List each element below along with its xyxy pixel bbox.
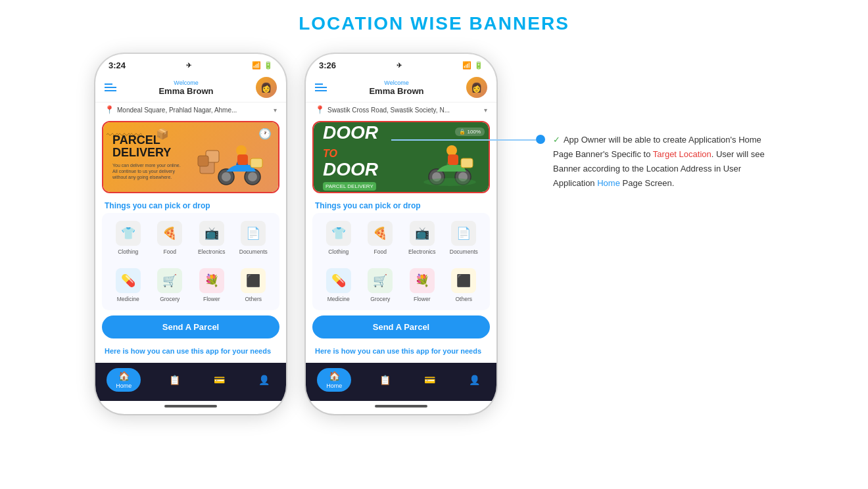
phone2-door-text: DOOR to DOOR: [323, 124, 378, 179]
phone1-clothing-icon: 👕: [116, 221, 141, 246]
phone2-chevron-icon: ▾: [484, 106, 487, 114]
phone2-send-parcel-button[interactable]: Send A Parcel: [312, 315, 490, 338]
phone1-wallet-icon: 💳: [214, 375, 225, 385]
phone1-chevron-icon: ▾: [274, 106, 277, 114]
phone1-location-text: Mondeal Square, Prahlad Nagar, Ahme...: [117, 106, 271, 114]
svg-point-7: [236, 145, 247, 156]
annotation-check-icon: ✓: [553, 135, 560, 145]
phone1-banner: PARCEL DELIVERY You can deliver more you…: [102, 121, 279, 193]
phone1-documents-label: Documents: [239, 248, 268, 255]
phone1-welcome: Welcome: [174, 80, 198, 86]
svg-point-14: [446, 145, 457, 156]
phone1-item-others[interactable]: ⬛ Others: [234, 263, 274, 308]
phone2-home-indicator: [375, 405, 427, 408]
phone1-item-clothing[interactable]: 👕 Clothing: [108, 216, 148, 260]
phone1-home-label: Home: [116, 383, 132, 389]
svg-rect-2: [198, 156, 208, 166]
phone1-nav-orders[interactable]: 📋: [164, 372, 185, 388]
phone1-location-pin-icon: 📍: [105, 105, 114, 114]
phone2-grocery-label: Grocery: [370, 296, 390, 302]
page-title: LOCATION WISE BANNERS: [299, 13, 569, 34]
phone2-in-text: to: [323, 148, 337, 159]
phone1-nav-home[interactable]: 🏠 Home: [107, 368, 141, 392]
phone1-home-icon: 🏠: [118, 371, 130, 381]
annotation-area: ✓ App Owner will be able to create Appli…: [536, 133, 773, 191]
phone2-wallet-icon: 💳: [424, 375, 435, 385]
phone1-clock-icon: 🕐: [258, 128, 272, 140]
phone2-home-label: Home: [326, 383, 342, 389]
phone1-nav-profile[interactable]: 👤: [253, 372, 275, 388]
annotation-connector-line: [391, 139, 536, 141]
annotation-dot: [536, 135, 545, 144]
phone2-here-is-how: Here is how you can use this app for you…: [306, 344, 496, 359]
phone1-location-bar[interactable]: 📍 Mondeal Square, Prahlad Nagar, Ahme...…: [95, 103, 286, 117]
phone1-username: Emma Brown: [158, 86, 213, 96]
phone1-item-food[interactable]: 🍕 Food: [151, 216, 190, 260]
phone1-others-icon: ⬛: [241, 268, 266, 293]
phone1-item-documents[interactable]: 📄 Documents: [234, 216, 274, 260]
phone1-others-label: Others: [245, 296, 262, 302]
phone1-item-electronics[interactable]: 📺 Electronics: [192, 216, 231, 260]
phone1-grocery-icon: 🛒: [157, 268, 182, 293]
phone2-item-medicine[interactable]: 💊 Medicine: [319, 263, 358, 308]
phone1-orders-icon: 📋: [169, 375, 180, 385]
phone1-status-bar: 3:24 ✈ 📶 🔋: [95, 54, 286, 73]
phone2-avatar: 👩: [466, 77, 487, 98]
phone1-home-indicator: [164, 405, 217, 408]
phone1-item-medicine[interactable]: 💊 Medicine: [108, 263, 148, 308]
phone2-medicine-icon: 💊: [326, 268, 351, 293]
phone1-section-title: Things you can pick or drop: [95, 197, 286, 213]
phone1-items-grid: 👕 Clothing 🍕 Food 📺 Electronics 📄 Docume…: [102, 213, 279, 310]
phone1-nav-wallet[interactable]: 💳: [208, 372, 230, 388]
phone1-item-flower[interactable]: 💐 Flower: [192, 263, 231, 308]
phone1-send-parcel-button[interactable]: Send A Parcel: [102, 315, 279, 338]
phone1-medicine-icon: 💊: [116, 268, 141, 293]
phone2-grocery-icon: 🛒: [368, 268, 393, 293]
annotation-text: ✓ App Owner will be able to create Appli…: [553, 133, 773, 191]
phone2-item-clothing[interactable]: 👕 Clothing: [319, 216, 358, 260]
phone2-banner: DOOR to DOOR PARCEL DELIVERY: [312, 121, 490, 193]
phone2-profile-icon: 👤: [469, 375, 480, 385]
phone2-item-documents[interactable]: 📄 Documents: [445, 216, 484, 260]
phone2-nav-home[interactable]: 🏠 Home: [317, 368, 351, 392]
phone1-grocery-label: Grocery: [160, 296, 180, 302]
phone2-item-food[interactable]: 🍕 Food: [361, 216, 400, 260]
phone1-menu-icon[interactable]: [105, 83, 116, 91]
phone2-item-others[interactable]: ⬛ Others: [445, 263, 484, 308]
phone2-item-flower[interactable]: 💐 Flower: [402, 263, 442, 308]
phone1-bottom-nav: 🏠 Home 📋 💳 👤: [95, 363, 286, 401]
phone2-nav-profile[interactable]: 👤: [464, 372, 485, 388]
phone2-documents-icon: 📄: [451, 221, 476, 246]
phone1-electronics-icon: 📺: [199, 221, 224, 246]
phone2-item-electronics[interactable]: 📺 Electronics: [402, 216, 442, 260]
phone2-nav-wallet[interactable]: 💳: [419, 372, 441, 388]
phone1-medicine-label: Medicine: [117, 296, 139, 302]
phone2-menu-icon[interactable]: [315, 83, 327, 91]
phone2-bottom-nav: 🏠 Home 📋 💳 👤: [306, 363, 496, 401]
phone1-clothing-label: Clothing: [118, 248, 138, 255]
phone2-food-icon: 🍕: [368, 221, 393, 246]
phone2-welcome: Welcome: [384, 80, 408, 86]
phone2-section-title: Things you can pick or drop: [306, 197, 496, 213]
phone1-status-icons: 📶 🔋: [252, 61, 273, 70]
phone2-electronics-icon: 📺: [410, 221, 435, 246]
phone1-here-is-how: Here is how you can use this app for you…: [95, 344, 286, 359]
phone1-header: Welcome Emma Brown 👩: [95, 73, 286, 103]
phone1-food-label: Food: [164, 248, 176, 255]
phone2-header: Welcome Emma Brown 👩: [306, 73, 496, 103]
phone2-location-bar[interactable]: 📍 Swastik Cross Road, Swastik Society, N…: [306, 103, 496, 117]
phone2-flower-label: Flower: [414, 296, 431, 302]
phone1-wifi-icon: 📶: [252, 61, 261, 70]
phone2-item-grocery[interactable]: 🛒 Grocery: [361, 263, 400, 308]
phone2-banner-text-area: DOOR to DOOR PARCEL DELIVERY: [323, 124, 378, 191]
phone1-location-icon: ✈: [186, 62, 191, 69]
annotation-text-content: App Owner will be able to create Applica…: [553, 135, 765, 188]
phone1-banner-orange: PARCEL DELIVERY You can deliver more you…: [103, 122, 278, 192]
phone2-wifi-icon: 📶: [462, 61, 471, 70]
phone2-banner-green: DOOR to DOOR PARCEL DELIVERY: [314, 122, 489, 192]
phone2-nav-orders[interactable]: 📋: [374, 372, 396, 388]
phone1-banner-sub: You can deliver more your online. All co…: [112, 162, 185, 180]
phone2-others-label: Others: [455, 296, 472, 302]
content-area: 3:24 ✈ 📶 🔋 Welcome Emma Brown 👩: [0, 54, 868, 414]
phone1-item-grocery[interactable]: 🛒 Grocery: [151, 263, 190, 308]
